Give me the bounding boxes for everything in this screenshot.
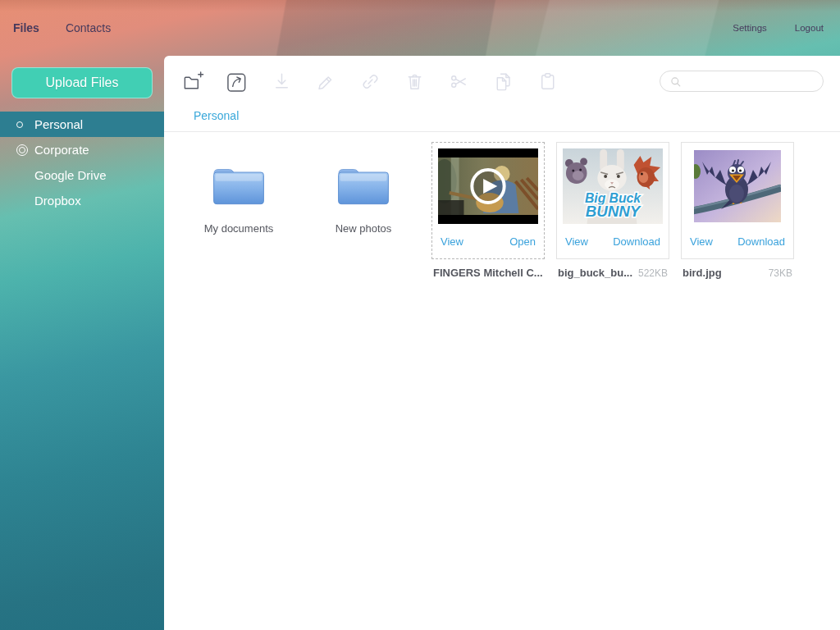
download-icon [271,71,293,93]
download-link[interactable]: Download [737,235,785,248]
logout-link[interactable]: Logout [795,23,824,33]
view-link[interactable]: View [565,235,588,248]
folder-name: New photos [336,222,392,235]
file-item-bird-jpg: View Download bird.jpg 73KB [681,142,794,279]
file-name: FINGERS Mitchell C... [433,267,543,279]
delete-button[interactable] [404,71,426,93]
breadcrumb: Personal [164,107,840,132]
sidebar-item-label: Personal [34,117,83,131]
image-thumbnail[interactable]: Big Buck BUNNY [563,148,663,224]
primary-nav: Files Contacts [13,21,111,34]
folder-icon [333,162,394,208]
big-buck-bunny-thumbnail-image: Big Buck BUNNY [563,148,663,224]
link-icon [359,71,381,93]
sidebar-item-personal[interactable]: Personal [0,112,164,137]
sidebar-item-label: Google Drive [34,168,107,182]
double-circle-icon [16,144,34,156]
open-link[interactable]: Open [509,235,536,248]
topbar: Files Contacts Settings Logout [0,0,840,56]
folder-item-my-documents[interactable]: My documents [182,142,295,235]
card-actions: View Download [682,224,793,258]
file-card[interactable]: View Download [681,142,794,259]
get-link-button[interactable] [359,71,381,93]
file-grid: My documents New photos [164,132,840,279]
cut-button[interactable] [448,71,470,93]
settings-link[interactable]: Settings [733,23,767,33]
file-meta: big_buck_bu... 522KB [556,267,669,279]
open-icon [226,71,249,93]
card-actions: View Open [432,224,544,258]
poster-title-line2: BUNNY [586,203,641,220]
download-button[interactable] [271,71,293,93]
copy-icon [492,71,514,93]
new-folder-button[interactable] [182,71,204,93]
video-thumbnail-image [438,148,538,224]
nav-files[interactable]: Files [13,21,39,34]
sidebar-item-label: Corporate [34,143,89,157]
search-icon [669,75,682,89]
scissors-icon [448,71,470,93]
file-name: bird.jpg [682,267,722,279]
card-actions: View Download [557,224,669,258]
file-meta: FINGERS Mitchell C... [431,267,545,279]
folder-item-new-photos[interactable]: New photos [307,142,420,235]
sidebar-item-label: Dropbox [34,194,81,208]
sidebar: Upload Files Personal Corporate Google D… [0,56,164,630]
bird-thumbnail-image [694,150,781,222]
folder-name: My documents [204,222,274,235]
breadcrumb-personal[interactable]: Personal [194,109,239,122]
sidebar-item-google-drive[interactable]: Google Drive [0,162,164,188]
file-size: 522KB [638,267,668,279]
toolbar [164,56,840,107]
file-card-selected[interactable]: View Open [431,142,545,259]
clipboard-icon [536,71,559,93]
file-size: 73KB [769,267,792,279]
circle-icon [16,121,34,128]
copy-button[interactable] [492,71,514,93]
toolbar-buttons [182,71,559,93]
sidebar-item-corporate[interactable]: Corporate [0,137,164,162]
pencil-icon [315,71,337,93]
new-folder-icon [182,71,204,93]
rename-button[interactable] [315,71,337,93]
video-thumbnail[interactable] [438,148,538,224]
file-item-big-buck-bunny: Big Buck BUNNY View Download big_buck_bu… [556,142,669,279]
folder-icon [208,162,269,208]
sidebar-nav: Personal Corporate Google Drive Dropbox [0,112,164,213]
search-box [660,71,824,92]
view-link[interactable]: View [690,235,713,248]
view-link[interactable]: View [441,235,463,248]
play-button-icon [472,170,504,203]
file-meta: bird.jpg 73KB [681,267,794,279]
file-card[interactable]: Big Buck BUNNY View Download [556,142,669,259]
search-input[interactable] [687,75,815,89]
image-thumbnail[interactable] [687,148,788,224]
upload-files-button[interactable]: Upload Files [11,67,153,98]
sidebar-item-dropbox[interactable]: Dropbox [0,188,164,213]
download-link[interactable]: Download [613,235,660,248]
file-item-video: View Open FINGERS Mitchell C... [431,142,545,279]
trash-icon [404,71,426,93]
paste-button[interactable] [536,71,559,93]
file-name: big_buck_bu... [558,267,632,279]
nav-contacts[interactable]: Contacts [66,21,111,34]
content-panel: Personal My documents New photos [164,56,840,630]
open-button[interactable] [226,71,249,93]
topbar-actions: Settings Logout [733,23,824,33]
